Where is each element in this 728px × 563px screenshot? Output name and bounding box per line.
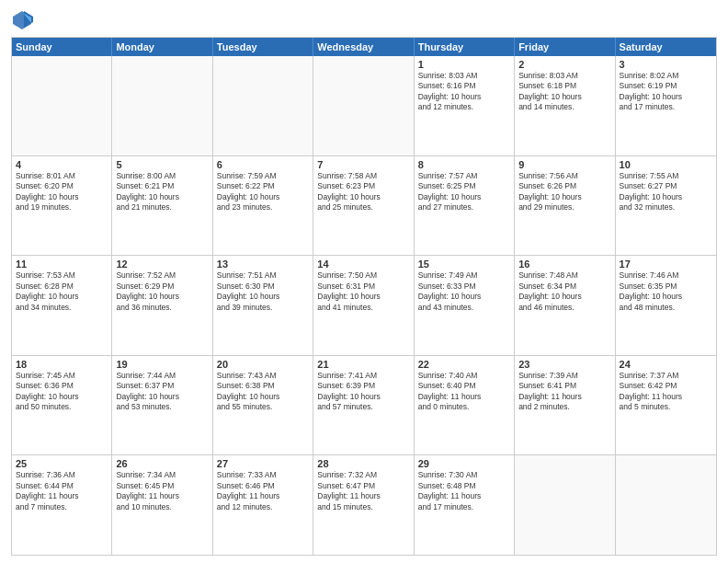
- header-day-tuesday: Tuesday: [213, 38, 313, 56]
- day-info: Sunrise: 8:01 AM Sunset: 6:20 PM Dayligh…: [16, 171, 108, 213]
- day-info: Sunrise: 7:55 AM Sunset: 6:27 PM Dayligh…: [620, 171, 712, 213]
- week-row-3: 18Sunrise: 7:45 AM Sunset: 6:36 PM Dayli…: [12, 355, 716, 455]
- day-number: 10: [620, 159, 712, 170]
- day-info: Sunrise: 7:52 AM Sunset: 6:29 PM Dayligh…: [116, 270, 208, 313]
- day-cell-19: 19Sunrise: 7:44 AM Sunset: 6:37 PM Dayli…: [112, 356, 212, 455]
- day-cell-13: 13Sunrise: 7:51 AM Sunset: 6:30 PM Dayli…: [213, 256, 313, 355]
- day-cell-27: 27Sunrise: 7:33 AM Sunset: 6:46 PM Dayli…: [213, 455, 313, 555]
- day-cell-17: 17Sunrise: 7:46 AM Sunset: 6:35 PM Dayli…: [616, 256, 716, 355]
- header-day-sunday: Sunday: [12, 38, 112, 56]
- day-info: Sunrise: 7:56 AM Sunset: 6:26 PM Dayligh…: [518, 171, 610, 213]
- day-info: Sunrise: 7:43 AM Sunset: 6:38 PM Dayligh…: [217, 371, 309, 413]
- day-info: Sunrise: 7:46 AM Sunset: 6:35 PM Dayligh…: [620, 270, 712, 313]
- day-cell-18: 18Sunrise: 7:45 AM Sunset: 6:36 PM Dayli…: [12, 356, 112, 455]
- day-info: Sunrise: 7:32 AM Sunset: 6:47 PM Dayligh…: [317, 470, 409, 512]
- day-number: 13: [217, 259, 309, 270]
- day-info: Sunrise: 7:50 AM Sunset: 6:31 PM Dayligh…: [317, 270, 409, 313]
- day-cell-7: 7Sunrise: 7:58 AM Sunset: 6:23 PM Daylig…: [313, 156, 414, 256]
- day-number: 11: [16, 259, 108, 270]
- day-cell-23: 23Sunrise: 7:39 AM Sunset: 6:41 PM Dayli…: [515, 356, 615, 455]
- empty-cell: [515, 455, 615, 555]
- header-day-monday: Monday: [112, 38, 212, 56]
- day-info: Sunrise: 7:51 AM Sunset: 6:30 PM Dayligh…: [217, 270, 309, 313]
- day-cell-4: 4Sunrise: 8:01 AM Sunset: 6:20 PM Daylig…: [12, 156, 112, 256]
- day-cell-26: 26Sunrise: 7:34 AM Sunset: 6:45 PM Dayli…: [112, 455, 212, 555]
- day-info: Sunrise: 7:44 AM Sunset: 6:37 PM Dayligh…: [116, 371, 208, 413]
- day-number: 18: [16, 359, 108, 370]
- empty-cell: [213, 56, 313, 155]
- day-cell-8: 8Sunrise: 7:57 AM Sunset: 6:25 PM Daylig…: [415, 156, 515, 256]
- day-number: 2: [518, 59, 610, 70]
- day-cell-29: 29Sunrise: 7:30 AM Sunset: 6:48 PM Dayli…: [415, 455, 515, 555]
- header-day-friday: Friday: [515, 38, 615, 56]
- header-day-saturday: Saturday: [616, 38, 716, 56]
- day-number: 14: [317, 259, 409, 270]
- day-number: 21: [317, 359, 409, 370]
- day-cell-24: 24Sunrise: 7:37 AM Sunset: 6:42 PM Dayli…: [616, 356, 716, 455]
- day-number: 4: [16, 159, 108, 170]
- day-cell-5: 5Sunrise: 8:00 AM Sunset: 6:21 PM Daylig…: [112, 156, 212, 256]
- day-number: 29: [418, 458, 510, 469]
- day-number: 28: [317, 458, 409, 469]
- day-number: 24: [620, 359, 712, 370]
- day-info: Sunrise: 7:48 AM Sunset: 6:34 PM Dayligh…: [518, 270, 610, 313]
- day-cell-15: 15Sunrise: 7:49 AM Sunset: 6:33 PM Dayli…: [415, 256, 515, 355]
- day-info: Sunrise: 7:34 AM Sunset: 6:45 PM Dayligh…: [116, 470, 208, 512]
- day-info: Sunrise: 7:57 AM Sunset: 6:25 PM Dayligh…: [418, 171, 510, 213]
- week-row-2: 11Sunrise: 7:53 AM Sunset: 6:28 PM Dayli…: [12, 255, 716, 355]
- day-number: 27: [217, 458, 309, 469]
- day-cell-1: 1Sunrise: 8:03 AM Sunset: 6:16 PM Daylig…: [415, 56, 515, 155]
- day-number: 16: [518, 259, 610, 270]
- day-info: Sunrise: 7:58 AM Sunset: 6:23 PM Dayligh…: [317, 171, 409, 213]
- day-cell-22: 22Sunrise: 7:40 AM Sunset: 6:40 PM Dayli…: [415, 356, 515, 455]
- day-number: 3: [620, 59, 712, 70]
- day-number: 23: [518, 359, 610, 370]
- day-number: 1: [418, 59, 510, 70]
- day-number: 5: [116, 159, 208, 170]
- day-cell-28: 28Sunrise: 7:32 AM Sunset: 6:47 PM Dayli…: [313, 455, 414, 555]
- day-cell-10: 10Sunrise: 7:55 AM Sunset: 6:27 PM Dayli…: [616, 156, 716, 256]
- day-cell-6: 6Sunrise: 7:59 AM Sunset: 6:22 PM Daylig…: [213, 156, 313, 256]
- calendar: SundayMondayTuesdayWednesdayThursdayFrid…: [11, 37, 717, 556]
- day-number: 19: [116, 359, 208, 370]
- logo: [11, 9, 37, 31]
- day-cell-3: 3Sunrise: 8:02 AM Sunset: 6:19 PM Daylig…: [616, 56, 716, 155]
- day-number: 6: [217, 159, 309, 170]
- day-info: Sunrise: 7:45 AM Sunset: 6:36 PM Dayligh…: [16, 371, 108, 413]
- day-number: 20: [217, 359, 309, 370]
- day-number: 15: [418, 259, 510, 270]
- week-row-0: 1Sunrise: 8:03 AM Sunset: 6:16 PM Daylig…: [12, 56, 716, 155]
- day-cell-14: 14Sunrise: 7:50 AM Sunset: 6:31 PM Dayli…: [313, 256, 414, 355]
- day-number: 7: [317, 159, 409, 170]
- logo-icon: [11, 9, 33, 31]
- header-day-wednesday: Wednesday: [313, 38, 414, 56]
- empty-cell: [616, 455, 716, 555]
- empty-cell: [112, 56, 212, 155]
- day-cell-2: 2Sunrise: 8:03 AM Sunset: 6:18 PM Daylig…: [515, 56, 615, 155]
- day-number: 17: [620, 259, 712, 270]
- day-cell-21: 21Sunrise: 7:41 AM Sunset: 6:39 PM Dayli…: [313, 356, 414, 455]
- day-cell-25: 25Sunrise: 7:36 AM Sunset: 6:44 PM Dayli…: [12, 455, 112, 555]
- day-number: 25: [16, 458, 108, 469]
- calendar-header: SundayMondayTuesdayWednesdayThursdayFrid…: [12, 38, 716, 56]
- day-info: Sunrise: 7:49 AM Sunset: 6:33 PM Dayligh…: [418, 270, 510, 313]
- page: SundayMondayTuesdayWednesdayThursdayFrid…: [0, 0, 728, 563]
- day-info: Sunrise: 7:39 AM Sunset: 6:41 PM Dayligh…: [518, 371, 610, 413]
- day-info: Sunrise: 7:33 AM Sunset: 6:46 PM Dayligh…: [217, 470, 309, 512]
- empty-cell: [313, 56, 414, 155]
- calendar-body: 1Sunrise: 8:03 AM Sunset: 6:16 PM Daylig…: [12, 56, 716, 555]
- day-info: Sunrise: 7:36 AM Sunset: 6:44 PM Dayligh…: [16, 470, 108, 512]
- header: [11, 9, 717, 31]
- day-number: 12: [116, 259, 208, 270]
- day-cell-20: 20Sunrise: 7:43 AM Sunset: 6:38 PM Dayli…: [213, 356, 313, 455]
- day-info: Sunrise: 8:03 AM Sunset: 6:18 PM Dayligh…: [518, 71, 610, 113]
- day-info: Sunrise: 8:03 AM Sunset: 6:16 PM Dayligh…: [418, 71, 510, 113]
- day-number: 9: [518, 159, 610, 170]
- header-day-thursday: Thursday: [415, 38, 515, 56]
- day-info: Sunrise: 8:02 AM Sunset: 6:19 PM Dayligh…: [620, 71, 712, 113]
- day-info: Sunrise: 7:30 AM Sunset: 6:48 PM Dayligh…: [418, 470, 510, 512]
- day-cell-16: 16Sunrise: 7:48 AM Sunset: 6:34 PM Dayli…: [515, 256, 615, 355]
- day-info: Sunrise: 7:37 AM Sunset: 6:42 PM Dayligh…: [620, 371, 712, 413]
- week-row-4: 25Sunrise: 7:36 AM Sunset: 6:44 PM Dayli…: [12, 454, 716, 555]
- day-number: 22: [418, 359, 510, 370]
